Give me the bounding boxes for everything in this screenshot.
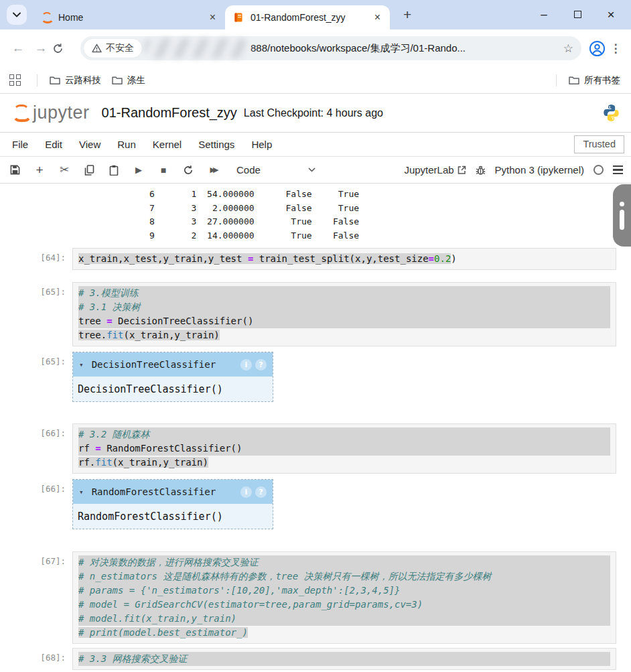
cell-prompt: [68]:: [0, 648, 72, 670]
side-screenshot-handle[interactable]: [613, 184, 631, 247]
estimator-title: DecisionTreeClassifier: [92, 359, 216, 370]
menu-item-view[interactable]: View: [79, 139, 100, 150]
kernel-status-icon: [593, 165, 604, 175]
jupyter-favicon-icon: [40, 12, 52, 23]
copy-cell-button[interactable]: [82, 165, 96, 176]
chevron-down-icon: [308, 167, 316, 172]
maximize-icon: [574, 11, 581, 18]
jupyter-logo-icon: [11, 104, 28, 123]
jupyter-wordmark: jupyter: [33, 103, 90, 123]
browser-navbar: ← → 不安全 888/notebooks/workspace/集成学习/01-…: [0, 29, 631, 67]
back-button[interactable]: ←: [7, 41, 29, 56]
info-badge[interactable]: i: [240, 486, 252, 498]
cell-prompt: [66]:: [0, 423, 72, 474]
menu-item-run[interactable]: Run: [117, 139, 136, 150]
browser-menu-button[interactable]: ⋮: [607, 42, 624, 56]
cell-prompt: [66]:: [0, 479, 72, 529]
divider: [37, 74, 38, 86]
apps-grid-icon[interactable]: [9, 74, 21, 86]
text-output: 6 1 54.000000 False True7 3 2.000000 Fal…: [72, 184, 616, 243]
menu-item-settings[interactable]: Settings: [198, 139, 234, 150]
code-editor[interactable]: x_train,x_test,y_train,y_test = train_te…: [72, 248, 616, 270]
address-bar[interactable]: 不安全 888/notebooks/workspace/集成学习/01-Rand…: [80, 36, 581, 60]
code-editor[interactable]: # 对决策数的数据，进行网格搜索交叉验证# n_estimators 这是随机森…: [72, 551, 616, 644]
help-badge[interactable]: ?: [255, 359, 267, 371]
save-icon: [10, 165, 20, 175]
security-label: 不安全: [106, 42, 134, 54]
menu-item-edit[interactable]: Edit: [45, 139, 62, 150]
minimize-button[interactable]: –: [537, 8, 551, 21]
save-button[interactable]: [8, 165, 21, 175]
notebook-cell-row: [68]:# 3.3 网格搜索交叉验证: [0, 648, 616, 670]
info-handle-icon: [620, 210, 624, 230]
main-menu-icon[interactable]: [613, 165, 623, 175]
restart-run-all-button[interactable]: ▶▶: [206, 165, 220, 174]
cell-type-value: Code: [236, 164, 261, 176]
security-chip[interactable]: 不安全: [84, 39, 142, 58]
notebook-book-icon: [233, 12, 244, 23]
tab-label: Home: [58, 12, 207, 23]
code-editor[interactable]: # 3.模型训练# 3.1 决策树tree = DecisionTreeClas…: [72, 282, 616, 346]
forward-button[interactable]: →: [29, 41, 52, 56]
divider: [556, 74, 557, 86]
notebook-cell-row: [66]:▾RandomForestClassifieri?RandomFore…: [0, 479, 616, 529]
expand-toggle-icon[interactable]: ▾: [79, 488, 84, 496]
kernel-name[interactable]: Python 3 (ipykernel): [495, 164, 584, 176]
jupyter-header: jupyter 01-RandomForest_zyy Last Checkpo…: [0, 94, 631, 133]
add-cell-button[interactable]: +: [33, 163, 46, 178]
sklearn-estimator-widget: ▾DecisionTreeClassifieri?DecisionTreeCla…: [72, 352, 273, 402]
new-tab-button[interactable]: +: [399, 7, 415, 23]
run-cell-button[interactable]: ▶: [132, 165, 145, 175]
code-editor[interactable]: # 3.3 网格搜索交叉验证: [72, 648, 616, 670]
folder-icon: [112, 76, 123, 85]
estimator-header[interactable]: ▾RandomForestClassifieri?: [73, 480, 273, 504]
estimator-header[interactable]: ▾DecisionTreeClassifieri?: [73, 352, 273, 377]
tab-close-icon[interactable]: ×: [207, 12, 218, 23]
window-controls: – ×: [537, 7, 626, 22]
cell-prompt: [0, 184, 72, 243]
trusted-button[interactable]: Trusted: [574, 135, 624, 153]
code-editor[interactable]: # 3.2 随机森林rf = RandomForestClassifier()r…: [72, 423, 616, 474]
cut-cell-button[interactable]: ✂: [58, 163, 71, 177]
cell-prompt: [65]:: [0, 282, 72, 346]
paste-icon: [109, 165, 119, 176]
close-window-button[interactable]: ×: [604, 7, 618, 22]
bookmark-label: 云路科技: [65, 74, 101, 86]
maximize-button[interactable]: [571, 8, 584, 21]
info-badge[interactable]: i: [240, 359, 252, 371]
estimator-repr: RandomForestClassifier(): [73, 504, 273, 529]
warning-triangle-icon: [92, 44, 102, 53]
all-bookmarks-button[interactable]: 所有书签: [563, 74, 626, 86]
cell-type-select[interactable]: Code: [236, 164, 316, 176]
bookmark-folder-2[interactable]: 涤生: [107, 74, 151, 86]
cell-list: 6 1 54.000000 False True7 3 2.000000 Fal…: [0, 184, 631, 670]
bookmark-star-icon[interactable]: ☆: [557, 42, 573, 56]
menu-item-kernel[interactable]: Kernel: [153, 139, 182, 150]
tab-notebook[interactable]: 01-RandomForest_zyy ×: [225, 5, 390, 29]
tab-search-button[interactable]: [7, 5, 27, 25]
interrupt-kernel-button[interactable]: ■: [157, 165, 170, 176]
python-logo-icon: [602, 104, 620, 122]
restart-kernel-button[interactable]: [182, 165, 195, 176]
expand-toggle-icon[interactable]: ▾: [79, 360, 84, 369]
tab-close-icon[interactable]: ×: [372, 12, 383, 23]
help-badge[interactable]: ?: [255, 486, 267, 498]
tab-home[interactable]: Home ×: [32, 6, 225, 29]
url-text: 888/notebooks/workspace/集成学习/01-Rando...: [251, 42, 466, 55]
reload-button[interactable]: [52, 43, 75, 54]
debugger-button[interactable]: [476, 165, 486, 176]
profile-button[interactable]: [587, 40, 607, 57]
menu-item-help[interactable]: Help: [251, 139, 272, 150]
notebook-title[interactable]: 01-RandomForest_zyy: [102, 105, 237, 121]
folder-icon: [50, 76, 60, 85]
jupyterlab-link[interactable]: JupyterLab: [404, 164, 466, 176]
bug-icon: [476, 165, 486, 176]
cell-prompt: [67]:: [0, 551, 72, 644]
bookmark-folder-1[interactable]: 云路科技: [44, 74, 107, 86]
menu-item-file[interactable]: File: [12, 139, 28, 150]
chevron-down-icon: [13, 12, 21, 17]
tab-label: 01-RandomForest_zyy: [251, 12, 372, 23]
sklearn-estimator-widget: ▾RandomForestClassifieri?RandomForestCla…: [72, 479, 273, 529]
menu-items-host: FileEditViewRunKernelSettingsHelp: [12, 139, 272, 150]
paste-cell-button[interactable]: [107, 165, 121, 176]
